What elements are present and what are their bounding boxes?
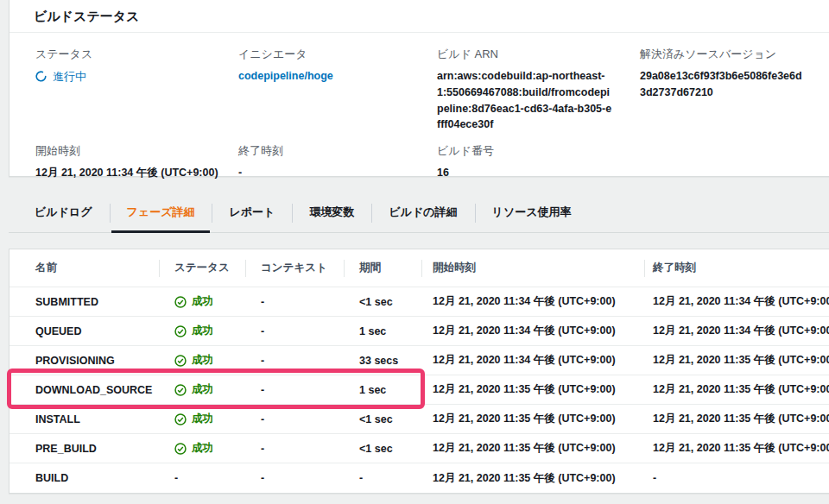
phase-context: - xyxy=(245,472,344,484)
build-status-card: ビルドステータス ステータス 進行中 イニシエータ codepipeline/h… xyxy=(9,0,829,177)
header-status: ステータス xyxy=(159,249,245,287)
phase-status: 成功 xyxy=(159,294,245,309)
phase-name: INSTALL xyxy=(27,413,159,425)
source-version-value: 29a08e13c6f93f3b6e5086fe3e6d3d2737d67210 xyxy=(640,68,821,101)
field-start-time: 開始時刻 12月 21, 2020 11:34 午後 (UTC+9:00) xyxy=(35,143,238,181)
field-status-label: ステータス xyxy=(35,47,238,62)
phase-end-time: 12月 21, 2020 11:35 午後 (UTC+9:00) xyxy=(644,441,829,456)
phase-start-time: 12月 21, 2020 11:34 午後 (UTC+9:00) xyxy=(421,294,644,309)
phase-status: 成功 xyxy=(159,441,245,456)
status-fields-row2: 開始時刻 12月 21, 2020 11:34 午後 (UTC+9:00) 終了… xyxy=(9,133,829,181)
phase-end-time: 12月 21, 2020 11:35 午後 (UTC+9:00) xyxy=(644,353,829,368)
tab-phase-details[interactable]: フェーズ詳細 xyxy=(110,194,212,232)
phase-end-time: - xyxy=(644,472,829,484)
phase-status-text: 成功 xyxy=(192,382,213,397)
check-circle-icon xyxy=(174,325,187,337)
field-build-arn: ビルド ARN arn:aws:codebuild:ap-northeast-1… xyxy=(437,47,640,133)
phase-start-time: 12月 21, 2020 11:35 午後 (UTC+9:00) xyxy=(421,412,644,426)
check-circle-icon xyxy=(174,384,187,396)
phase-name: PROVISIONING xyxy=(27,355,159,367)
tab-resource-usage[interactable]: リソース使用率 xyxy=(475,194,589,232)
phase-end-time: 12月 21, 2020 11:35 午後 (UTC+9:00) xyxy=(644,412,829,426)
phase-status-text: - xyxy=(174,472,178,484)
phase-name: BUILD xyxy=(27,472,159,484)
phase-start-time: 12月 21, 2020 11:35 午後 (UTC+9:00) xyxy=(421,382,644,397)
phase-status-text: 成功 xyxy=(192,412,213,426)
field-build-number-label: ビルド番号 xyxy=(437,143,640,159)
phase-status-text: 成功 xyxy=(192,353,213,368)
tab-build-logs[interactable]: ビルドログ xyxy=(17,194,110,232)
phase-end-time: 12月 21, 2020 11:35 午後 (UTC+9:00) xyxy=(644,382,829,397)
field-end-time-label: 終了時刻 xyxy=(238,143,437,159)
field-initiator: イニシエータ codepipeline/hoge xyxy=(238,47,437,133)
phase-duration: - xyxy=(344,472,421,484)
phase-status-text: 成功 xyxy=(192,441,213,456)
check-circle-icon xyxy=(174,443,187,455)
field-initiator-label: イニシエータ xyxy=(238,47,437,62)
field-arn-label: ビルド ARN xyxy=(437,47,640,62)
header-end-time: 終了時刻 xyxy=(644,249,829,287)
phase-name: PRE_BUILD xyxy=(27,443,159,455)
phase-duration: <1 sec xyxy=(344,413,421,425)
table-row: PRE_BUILD 成功 - <1 sec 12月 21, 2020 11:35… xyxy=(9,434,829,463)
table-row: BUILD - - - 12月 21, 2020 11:35 午後 (UTC+9… xyxy=(9,463,829,493)
phase-start-time: 12月 21, 2020 11:35 午後 (UTC+9:00) xyxy=(421,441,644,456)
check-circle-icon xyxy=(174,296,187,308)
build-number-value: 16 xyxy=(437,165,640,181)
phase-start-time: 12月 21, 2020 11:35 午後 (UTC+9:00) xyxy=(421,471,644,486)
phase-name: QUEUED xyxy=(27,325,159,337)
phase-context: - xyxy=(245,325,344,337)
table-row: INSTALL 成功 - <1 sec 12月 21, 2020 11:35 午… xyxy=(9,405,829,434)
initiator-link[interactable]: codepipeline/hoge xyxy=(238,70,333,82)
phase-name: SUBMITTED xyxy=(27,296,159,308)
header-duration: 期間 xyxy=(344,249,421,287)
field-end-time: 終了時刻 - xyxy=(238,143,437,181)
check-circle-icon xyxy=(174,355,187,367)
phase-end-time: 12月 21, 2020 11:34 午後 (UTC+9:00) xyxy=(644,294,829,309)
phase-status-text: 成功 xyxy=(192,294,213,309)
header-name: 名前 xyxy=(27,249,159,287)
phase-status-text: 成功 xyxy=(192,324,213,338)
tab-reports[interactable]: レポート xyxy=(212,194,292,232)
phase-start-time: 12月 21, 2020 11:34 午後 (UTC+9:00) xyxy=(421,353,644,368)
tab-env-variables[interactable]: 環境変数 xyxy=(292,194,371,232)
status-fields-row1: ステータス 進行中 イニシエータ codepipeline/hoge ビルド A… xyxy=(9,33,829,133)
build-arn-value: arn:aws:codebuild:ap-northeast-1:5506694… xyxy=(437,68,627,133)
phase-duration: <1 sec xyxy=(344,296,421,308)
table-header-row: 名前 ステータス コンテキスト 期間 開始時刻 終了時刻 xyxy=(9,249,829,287)
field-build-number: ビルド番号 16 xyxy=(437,143,640,181)
tab-build-details[interactable]: ビルドの詳細 xyxy=(371,194,474,232)
phase-status: 成功 xyxy=(159,382,245,397)
phase-status: 成功 xyxy=(159,324,245,338)
table-row: QUEUED 成功 - 1 sec 12月 21, 2020 11:34 午後 … xyxy=(9,317,829,346)
start-time-value: 12月 21, 2020 11:34 午後 (UTC+9:00) xyxy=(35,165,238,181)
check-circle-icon xyxy=(174,413,187,425)
page-title: ビルドステータス xyxy=(9,0,829,33)
header-start-time: 開始時刻 xyxy=(421,249,644,287)
table-row-download-source: DOWNLOAD_SOURCE 成功 - 1 sec 12月 21, 2020 … xyxy=(9,375,829,405)
field-source-version-label: 解決済みソースバージョン xyxy=(640,47,821,62)
phase-context: - xyxy=(245,355,344,367)
status-text: 進行中 xyxy=(53,68,86,85)
phase-status: - xyxy=(159,472,245,484)
end-time-value: - xyxy=(238,165,437,181)
phase-end-time: 12月 21, 2020 11:34 午後 (UTC+9:00) xyxy=(644,324,829,338)
phase-name: DOWNLOAD_SOURCE xyxy=(27,384,159,396)
table-row: SUBMITTED 成功 - <1 sec 12月 21, 2020 11:34… xyxy=(9,287,829,317)
phase-context: - xyxy=(245,443,344,455)
phase-start-time: 12月 21, 2020 11:34 午後 (UTC+9:00) xyxy=(421,324,644,338)
phase-duration: 33 secs xyxy=(344,355,421,367)
phase-duration: 1 sec xyxy=(344,384,421,396)
phase-context: - xyxy=(245,384,344,396)
build-detail-tabs: ビルドログ フェーズ詳細 レポート 環境変数 ビルドの詳細 リソース使用率 xyxy=(9,194,829,233)
phase-status: 成功 xyxy=(159,353,245,368)
field-start-time-label: 開始時刻 xyxy=(35,143,238,159)
phase-duration: <1 sec xyxy=(344,443,421,455)
table-row: PROVISIONING 成功 - 33 secs 12月 21, 2020 1… xyxy=(9,346,829,375)
field-source-version: 解決済みソースバージョン 29a08e13c6f93f3b6e5086fe3e6… xyxy=(640,47,821,133)
header-context: コンテキスト xyxy=(245,249,344,287)
spinner-icon xyxy=(35,71,47,82)
field-status: ステータス 進行中 xyxy=(35,47,238,133)
status-value: 進行中 xyxy=(35,68,238,85)
phase-context: - xyxy=(245,413,344,425)
